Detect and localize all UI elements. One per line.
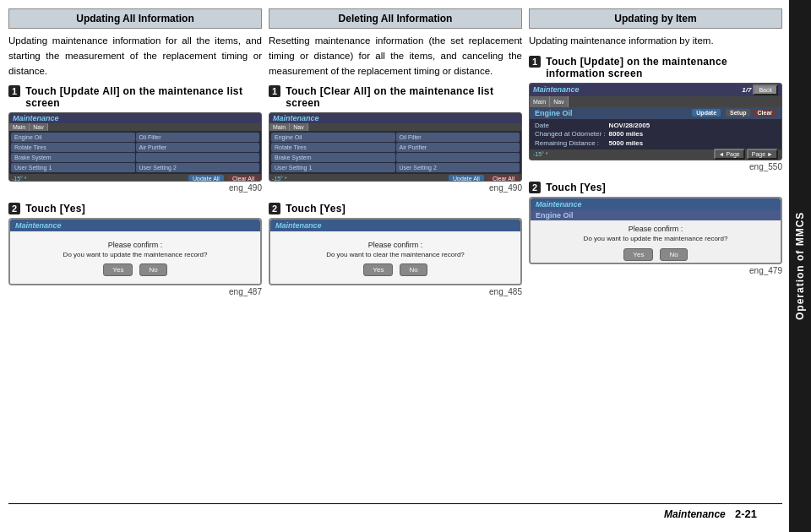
col3-confirm-title: Maintenance <box>531 198 781 210</box>
list-item[interactable]: Engine Oil <box>11 133 135 142</box>
col1-yes-button[interactable]: Yes <box>103 263 133 276</box>
col1-caption1: eng_490 <box>8 183 262 193</box>
col2-confirm-body: Please confirm : Do you want to clear th… <box>270 231 520 284</box>
col3-step2-num: 2 <box>529 182 541 193</box>
col3-page-num: 1/7 <box>742 86 751 94</box>
col2-header: Deleting All Information <box>269 8 522 29</box>
col1-temp: -15° * <box>12 176 27 182</box>
footer: Maintenance 2-21 <box>8 503 782 524</box>
columns-container: Updating All Information Updating mainte… <box>8 8 782 500</box>
col3-clear-btn[interactable]: Clear <box>753 109 776 117</box>
col3-remaining-label: Remaining Distance : <box>535 139 606 147</box>
col3-header: Updating by Item <box>529 8 782 29</box>
list-item[interactable]: User Setting 1 <box>11 163 135 172</box>
col1-confirm-title: Maintenance <box>10 220 260 231</box>
col3-update-btn[interactable]: Update <box>692 109 721 117</box>
col3-step1-text: Touch [Update] on the maintenance inform… <box>546 56 782 79</box>
col2-update-all-button[interactable]: Update All <box>449 175 484 182</box>
col3-step2-row: 2 Touch [Yes] Maintenance Engine Oil Ple… <box>529 182 782 280</box>
list-item[interactable]: Engine Oil <box>271 133 395 142</box>
list-item[interactable]: User Setting 1 <box>271 163 395 172</box>
col2-deleting-all: Deleting All Information Resetting maint… <box>269 8 522 500</box>
update-all-button[interactable]: Update All <box>188 175 224 182</box>
list-item[interactable]: User Setting 2 <box>396 163 520 172</box>
col1-no-button[interactable]: No <box>139 263 166 276</box>
col2-caption2: eng_485 <box>269 287 522 296</box>
col1-header: Updating All Information <box>8 8 262 29</box>
col2-bottom-bar: -15° * Update All Clear All <box>269 174 521 182</box>
col1-step2-label: 2 Touch [Yes] <box>8 203 262 214</box>
col3-back-button[interactable]: Back <box>753 84 778 95</box>
col1-step1-label: 1 Touch [Update All] on the maintenance … <box>8 85 262 109</box>
col3-step2-label: 2 Touch [Yes] <box>529 182 782 193</box>
col2-step2-label: 2 Touch [Yes] <box>269 203 522 214</box>
list-item[interactable]: Rotate Tires <box>271 143 395 152</box>
col1-updating-all: Updating All Information Updating mainte… <box>8 8 262 500</box>
col3-intro: Updating maintenance information by item… <box>529 34 782 49</box>
col1-confirm-text: Do you want to update the maintenance re… <box>63 250 208 259</box>
col3-remaining-value: 5000 miles <box>609 139 776 147</box>
col3-no-button[interactable]: No <box>660 248 687 261</box>
col2-confirm-screen: Maintenance Please confirm : Do you want… <box>269 218 522 285</box>
col2-caption1: eng_490 <box>269 183 522 193</box>
col2-no-button[interactable]: No <box>400 263 427 276</box>
col3-page-btns: ◄ Page Page ► <box>714 149 778 160</box>
col2-nav-row: Main Nav <box>269 123 521 131</box>
list-item[interactable]: Air Purifier <box>396 143 520 152</box>
col2-confirm-text: Do you want to clear the maintenance rec… <box>326 250 465 259</box>
col1-step1-num: 1 <box>8 85 20 97</box>
col2-step2-text: Touch [Yes] <box>286 203 346 214</box>
col1-nav-row: Main Nav <box>9 123 261 131</box>
col2-yes-button[interactable]: Yes <box>363 263 393 276</box>
col3-date-label: Date <box>535 122 606 129</box>
col3-yes-button[interactable]: Yes <box>623 248 653 261</box>
col3-next-page-button[interactable]: Page ► <box>747 149 778 160</box>
col1-step2-row: 2 Touch [Yes] Maintenance Please confirm… <box>8 203 262 301</box>
list-item[interactable]: User Setting 2 <box>136 163 260 172</box>
col3-date-value: NOV/28/2005 <box>609 122 776 129</box>
col3-detail-info: Date NOV/28/2005 Changed at Odometer : 8… <box>530 119 781 149</box>
col2-confirm-subtitle: Please confirm : <box>326 240 465 251</box>
right-sidebar: Operation of MMCS <box>789 0 811 532</box>
col2-confirm-msg: Please confirm : Do you want to clear th… <box>326 240 465 260</box>
col1-screen-title: Maintenance <box>9 113 261 123</box>
col3-detail-main-btn[interactable]: Main <box>530 96 550 107</box>
col3-caption2: eng_479 <box>529 266 782 275</box>
list-item <box>396 153 520 162</box>
col2-maint-screen: Maintenance Main Nav Engine Oil Oil Filt… <box>269 113 521 181</box>
col3-prev-page-button[interactable]: ◄ Page <box>714 149 745 160</box>
col3-confirm-screen: Maintenance Engine Oil Please confirm : … <box>529 197 782 264</box>
col2-clear-all-button[interactable]: Clear All <box>488 175 519 182</box>
col2-main-btn[interactable]: Main <box>269 123 290 131</box>
list-item[interactable]: Oil Filter <box>396 133 520 142</box>
col1-bottom-bar: -15° * Update All Clear All <box>9 174 261 182</box>
col2-nav-btn[interactable]: Nav <box>290 123 308 131</box>
col3-detail-bottom: -15° * ◄ Page Page ► <box>530 149 781 160</box>
list-item[interactable]: Rotate Tires <box>11 143 135 152</box>
col2-step2-row: 2 Touch [Yes] Maintenance Please confirm… <box>269 203 522 301</box>
col2-step1-num: 1 <box>269 85 280 97</box>
col2-step1-label: 1 Touch [Clear All] on the maintenance l… <box>269 85 522 109</box>
sidebar-label: Operation of MMCS <box>794 212 806 320</box>
col1-main-btn[interactable]: Main <box>9 123 30 131</box>
list-item[interactable]: Brake System <box>11 153 135 162</box>
list-item[interactable]: Air Purifier <box>136 143 260 152</box>
col1-confirm-msg: Please confirm : Do you want to update t… <box>63 240 208 260</box>
col3-detail-nav-btn[interactable]: Nav <box>550 96 568 107</box>
col1-nav-btn[interactable]: Nav <box>30 123 47 131</box>
clear-all-button[interactable]: Clear All <box>228 175 259 182</box>
col3-step1-row: 1 Touch [Update] on the maintenance info… <box>529 56 782 176</box>
col3-confirm-text: Do you want to update the maintenance re… <box>584 234 728 243</box>
col3-updating-item: Updating by Item Updating maintenance in… <box>529 8 782 500</box>
col1-action-btns: Update All Clear All <box>188 175 259 182</box>
col1-items-grid: Engine Oil Oil Filter Rotate Tires Air P… <box>9 131 261 174</box>
list-item[interactable]: Oil Filter <box>136 133 260 142</box>
list-item[interactable]: Brake System <box>271 153 395 162</box>
col3-confirm-msg: Please confirm : Do you want to update t… <box>584 224 728 244</box>
col2-confirm-title: Maintenance <box>270 220 520 231</box>
main-content: Updating All Information Updating mainte… <box>0 0 789 532</box>
col2-action-btns: Update All Clear All <box>449 175 519 182</box>
col2-intro: Resetting maintenance information (the s… <box>269 34 522 79</box>
footer-text: Maintenance <box>664 508 726 520</box>
col3-setup-btn[interactable]: Setup <box>726 109 750 117</box>
